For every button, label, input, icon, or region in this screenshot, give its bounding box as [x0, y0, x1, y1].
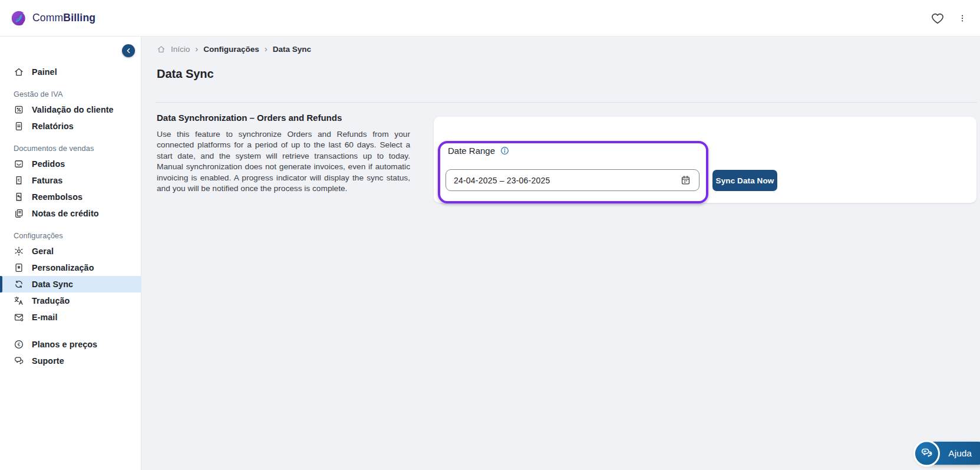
sidebar-item-label: Planos e preços [32, 340, 97, 349]
svg-text:€: € [18, 342, 21, 347]
help-chat-circle [913, 440, 940, 466]
help-label: Ajuda [948, 448, 972, 459]
breadcrumb: Início › Configurações › Data Sync [157, 43, 311, 55]
sidebar-item-traducao[interactable]: Tradução [0, 292, 141, 309]
sidebar-item-painel[interactable]: Painel [0, 64, 141, 80]
sidebar-group-label: Configurações [14, 231, 141, 240]
gear-icon [14, 246, 24, 257]
main-content: Início › Configurações › Data Sync Data … [141, 37, 980, 470]
sidebar-group-label: Gestão de IVA [14, 90, 141, 98]
sidebar-item-label: E-mail [32, 313, 58, 322]
sidebar-item-label: Pedidos [32, 159, 65, 169]
breadcrumb-item-data-sync: Data Sync [273, 45, 311, 54]
sidebar-item-relatorios[interactable]: Relatórios [0, 118, 141, 134]
sidebar-item-label: Suporte [32, 356, 64, 366]
sidebar-item-label: Notas de crédito [32, 209, 99, 218]
calendar-icon[interactable] [680, 175, 691, 186]
home-icon [157, 45, 166, 54]
chat-bubbles-icon [920, 447, 933, 460]
breadcrumb-item-configuracoes[interactable]: Configurações [203, 45, 259, 54]
vat-validation-icon [14, 104, 24, 115]
sidebar-item-planos-e-precos[interactable]: €Planos e preços [0, 336, 141, 353]
sidebar-item-label: Data Sync [32, 280, 73, 289]
breadcrumb-item-inicio[interactable]: Início [171, 45, 190, 54]
customization-icon [14, 262, 24, 273]
sidebar-item-label: Personalização [32, 263, 94, 272]
sidebar-item-suporte[interactable]: Suporte [0, 353, 141, 369]
reports-icon [14, 121, 24, 132]
commbilling-logo[interactable]: CommBilling [11, 10, 95, 27]
breadcrumb-separator: › [265, 44, 268, 54]
heart-icon[interactable] [930, 11, 945, 25]
sidebar-item-pedidos[interactable]: Pedidos [0, 156, 141, 172]
sidebar-item-label: Relatórios [32, 121, 74, 131]
orders-icon [14, 159, 24, 169]
sidebar-item-personalizacao[interactable]: Personalização [0, 259, 141, 276]
sidebar-item-label: Geral [32, 246, 54, 256]
sidebar-item-e-mail[interactable]: E-mail [0, 309, 141, 326]
date-range-input[interactable]: 24-04-2025 – 23-06-2025 [446, 169, 699, 191]
date-range-value: 24-04-2025 – 23-06-2025 [454, 176, 550, 185]
section-description: Use this feature to synchronize Orders a… [157, 129, 410, 194]
sidebar: PainelGestão de IVAValidação do clienteR… [0, 37, 141, 470]
svg-text:€: € [18, 178, 20, 183]
info-icon[interactable] [500, 146, 509, 155]
euro-circle-icon: € [14, 339, 24, 350]
sidebar-item-label: Reembolsos [32, 192, 83, 202]
sidebar-item-label: Validação do cliente [32, 105, 114, 114]
email-icon [14, 312, 24, 323]
brand-name: CommBilling [32, 12, 95, 24]
app-header: CommBilling [0, 0, 980, 37]
invoices-icon: € [14, 175, 24, 186]
page-title: Data Sync [157, 67, 214, 81]
sidebar-item-label: Faturas [32, 176, 62, 185]
sidebar-nav: PainelGestão de IVAValidação do clienteR… [0, 64, 141, 369]
sidebar-gap [0, 326, 141, 336]
date-range-label-row: Date Range [448, 146, 509, 156]
home-icon [14, 67, 24, 77]
sidebar-item-data-sync[interactable]: Data Sync [0, 276, 141, 292]
breadcrumb-separator: › [195, 44, 198, 54]
sync-data-now-button[interactable]: Sync Data Now [712, 170, 777, 191]
sync-icon [14, 279, 24, 290]
divider [156, 102, 977, 103]
chevron-left-icon [125, 47, 132, 54]
commbilling-logo-icon [11, 10, 27, 27]
help-button[interactable]: Ajuda [915, 442, 980, 465]
kebab-menu-icon[interactable] [958, 11, 967, 25]
support-chat-icon [14, 356, 24, 366]
sidebar-item-label: Painel [32, 67, 57, 77]
refunds-icon [14, 192, 24, 202]
credit-notes-icon [14, 208, 24, 219]
section-title: Data Synchronization – Orders and Refund… [157, 113, 410, 123]
sidebar-group-label: Documentos de vendas [14, 144, 141, 153]
sidebar-item-notas-de-credito[interactable]: Notas de crédito [0, 205, 141, 222]
sidebar-item-geral[interactable]: Geral [0, 243, 141, 259]
sidebar-item-faturas[interactable]: €Faturas [0, 172, 141, 189]
sidebar-item-validacao-do-cliente[interactable]: Validação do cliente [0, 101, 141, 118]
date-range-label: Date Range [448, 146, 495, 156]
sidebar-collapse-button[interactable] [122, 44, 135, 57]
sidebar-item-label: Tradução [32, 296, 70, 305]
sidebar-item-reembolsos[interactable]: Reembolsos [0, 189, 141, 205]
translation-icon [14, 295, 24, 306]
description-block: Data Synchronization – Orders and Refund… [157, 113, 410, 194]
